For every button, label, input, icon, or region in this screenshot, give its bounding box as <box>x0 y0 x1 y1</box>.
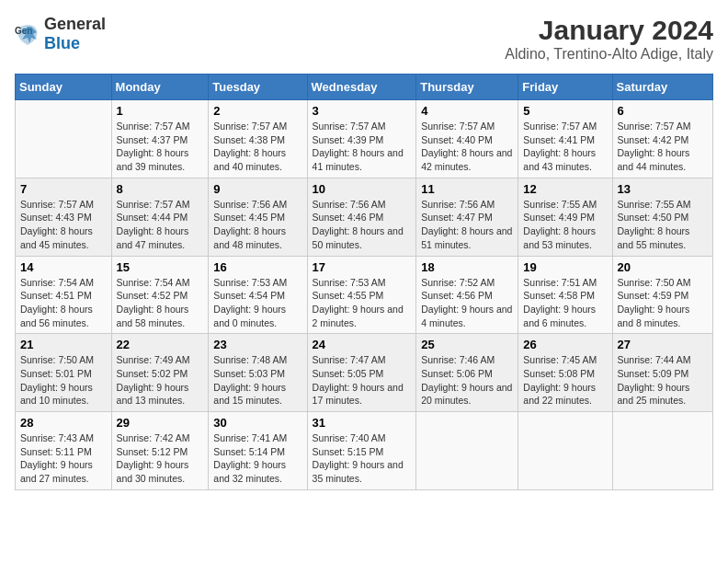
calendar-cell <box>518 412 612 490</box>
header-day-saturday: Saturday <box>612 75 712 100</box>
day-number: 1 <box>117 104 204 118</box>
calendar-cell: 4Sunrise: 7:57 AMSunset: 4:40 PMDaylight… <box>416 100 518 178</box>
day-info: Sunrise: 7:57 AMSunset: 4:39 PMDaylight:… <box>313 120 412 174</box>
logo-text: General Blue <box>44 15 106 53</box>
calendar-cell: 6Sunrise: 7:57 AMSunset: 4:42 PMDaylight… <box>612 100 712 178</box>
day-info: Sunrise: 7:44 AMSunset: 5:09 PMDaylight:… <box>618 353 708 408</box>
day-number: 24 <box>313 338 412 351</box>
week-row-5: 28Sunrise: 7:43 AMSunset: 5:11 PMDayligh… <box>16 412 713 490</box>
day-number: 14 <box>20 260 107 274</box>
calendar-cell <box>612 412 712 490</box>
day-number: 23 <box>213 338 301 351</box>
calendar-table: SundayMondayTuesdayWednesdayThursdayFrid… <box>15 74 713 490</box>
calendar-cell: 5Sunrise: 7:57 AMSunset: 4:41 PMDaylight… <box>518 100 612 178</box>
day-info: Sunrise: 7:53 AMSunset: 4:54 PMDaylight:… <box>213 276 301 330</box>
day-info: Sunrise: 7:57 AMSunset: 4:37 PMDaylight:… <box>117 120 204 174</box>
day-number: 12 <box>523 182 607 196</box>
calendar-cell: 9Sunrise: 7:56 AMSunset: 4:45 PMDaylight… <box>209 178 307 256</box>
calendar-subtitle: Aldino, Trentino-Alto Adige, Italy <box>505 46 713 63</box>
day-number: 7 <box>20 182 107 196</box>
day-number: 10 <box>313 182 412 196</box>
calendar-cell: 25Sunrise: 7:46 AMSunset: 5:06 PMDayligh… <box>416 334 518 412</box>
day-info: Sunrise: 7:57 AMSunset: 4:44 PMDaylight:… <box>117 198 204 252</box>
calendar-cell: 10Sunrise: 7:56 AMSunset: 4:46 PMDayligh… <box>307 178 416 256</box>
logo: Gen General Blue <box>15 15 106 53</box>
day-info: Sunrise: 7:56 AMSunset: 4:47 PMDaylight:… <box>421 198 513 252</box>
day-info: Sunrise: 7:45 AMSunset: 5:08 PMDaylight:… <box>523 353 607 408</box>
day-info: Sunrise: 7:56 AMSunset: 4:45 PMDaylight:… <box>213 198 301 252</box>
day-info: Sunrise: 7:49 AMSunset: 5:02 PMDaylight:… <box>117 353 204 408</box>
day-info: Sunrise: 7:57 AMSunset: 4:42 PMDaylight:… <box>618 120 708 174</box>
day-info: Sunrise: 7:40 AMSunset: 5:15 PMDaylight:… <box>313 431 412 486</box>
day-number: 22 <box>117 338 204 351</box>
day-number: 4 <box>421 104 513 118</box>
day-info: Sunrise: 7:55 AMSunset: 4:49 PMDaylight:… <box>523 198 607 252</box>
title-area: January 2024 Aldino, Trentino-Alto Adige… <box>505 15 713 63</box>
calendar-cell: 17Sunrise: 7:53 AMSunset: 4:55 PMDayligh… <box>307 256 416 334</box>
calendar-cell: 3Sunrise: 7:57 AMSunset: 4:39 PMDaylight… <box>307 100 416 178</box>
day-number: 15 <box>117 260 204 274</box>
day-info: Sunrise: 7:47 AMSunset: 5:05 PMDaylight:… <box>313 353 412 408</box>
day-info: Sunrise: 7:55 AMSunset: 4:50 PMDaylight:… <box>618 198 708 252</box>
day-number: 20 <box>618 260 708 274</box>
day-info: Sunrise: 7:42 AMSunset: 5:12 PMDaylight:… <box>117 431 204 486</box>
calendar-cell: 24Sunrise: 7:47 AMSunset: 5:05 PMDayligh… <box>307 334 416 412</box>
day-number: 11 <box>421 182 513 196</box>
day-info: Sunrise: 7:57 AMSunset: 4:43 PMDaylight:… <box>20 198 107 252</box>
day-info: Sunrise: 7:56 AMSunset: 4:46 PMDaylight:… <box>313 198 412 252</box>
day-info: Sunrise: 7:57 AMSunset: 4:41 PMDaylight:… <box>523 120 607 174</box>
day-number: 8 <box>117 182 204 196</box>
day-info: Sunrise: 7:52 AMSunset: 4:56 PMDaylight:… <box>421 276 513 330</box>
day-info: Sunrise: 7:54 AMSunset: 4:52 PMDaylight:… <box>117 276 204 330</box>
day-info: Sunrise: 7:43 AMSunset: 5:11 PMDaylight:… <box>20 431 107 486</box>
day-number: 3 <box>313 104 412 118</box>
day-number: 28 <box>20 416 107 430</box>
day-number: 21 <box>20 338 107 351</box>
week-row-3: 14Sunrise: 7:54 AMSunset: 4:51 PMDayligh… <box>16 256 713 334</box>
calendar-cell: 26Sunrise: 7:45 AMSunset: 5:08 PMDayligh… <box>518 334 612 412</box>
header-day-friday: Friday <box>518 75 612 100</box>
calendar-cell: 13Sunrise: 7:55 AMSunset: 4:50 PMDayligh… <box>612 178 712 256</box>
day-number: 2 <box>213 104 301 118</box>
day-number: 25 <box>421 338 513 351</box>
day-number: 29 <box>117 416 204 430</box>
calendar-cell: 22Sunrise: 7:49 AMSunset: 5:02 PMDayligh… <box>111 334 209 412</box>
header-day-tuesday: Tuesday <box>209 75 307 100</box>
day-number: 9 <box>213 182 301 196</box>
calendar-cell: 7Sunrise: 7:57 AMSunset: 4:43 PMDaylight… <box>16 178 112 256</box>
calendar-cell: 30Sunrise: 7:41 AMSunset: 5:14 PMDayligh… <box>209 412 307 490</box>
day-info: Sunrise: 7:51 AMSunset: 4:58 PMDaylight:… <box>523 276 607 330</box>
day-info: Sunrise: 7:57 AMSunset: 4:38 PMDaylight:… <box>213 120 301 174</box>
week-row-4: 21Sunrise: 7:50 AMSunset: 5:01 PMDayligh… <box>16 334 713 412</box>
header-day-sunday: Sunday <box>16 75 112 100</box>
day-info: Sunrise: 7:54 AMSunset: 4:51 PMDaylight:… <box>20 276 107 330</box>
calendar-cell: 28Sunrise: 7:43 AMSunset: 5:11 PMDayligh… <box>16 412 112 490</box>
day-number: 27 <box>618 338 708 351</box>
calendar-cell: 27Sunrise: 7:44 AMSunset: 5:09 PMDayligh… <box>612 334 712 412</box>
header-day-thursday: Thursday <box>416 75 518 100</box>
day-number: 17 <box>313 260 412 274</box>
calendar-cell <box>16 100 112 178</box>
day-number: 31 <box>313 416 412 430</box>
day-number: 6 <box>618 104 708 118</box>
calendar-cell: 1Sunrise: 7:57 AMSunset: 4:37 PMDaylight… <box>111 100 209 178</box>
week-row-1: 1Sunrise: 7:57 AMSunset: 4:37 PMDaylight… <box>16 100 713 178</box>
calendar-cell: 15Sunrise: 7:54 AMSunset: 4:52 PMDayligh… <box>111 256 209 334</box>
day-info: Sunrise: 7:41 AMSunset: 5:14 PMDaylight:… <box>213 431 301 486</box>
logo-general: General <box>44 15 106 33</box>
calendar-cell: 2Sunrise: 7:57 AMSunset: 4:38 PMDaylight… <box>209 100 307 178</box>
day-info: Sunrise: 7:46 AMSunset: 5:06 PMDaylight:… <box>421 353 513 408</box>
logo-blue: Blue <box>44 34 80 52</box>
day-info: Sunrise: 7:50 AMSunset: 5:01 PMDaylight:… <box>20 353 107 408</box>
header-day-wednesday: Wednesday <box>307 75 416 100</box>
day-number: 30 <box>213 416 301 430</box>
calendar-title: January 2024 <box>505 15 713 46</box>
calendar-cell: 11Sunrise: 7:56 AMSunset: 4:47 PMDayligh… <box>416 178 518 256</box>
calendar-cell: 14Sunrise: 7:54 AMSunset: 4:51 PMDayligh… <box>16 256 112 334</box>
day-info: Sunrise: 7:48 AMSunset: 5:03 PMDaylight:… <box>213 353 301 408</box>
calendar-cell <box>416 412 518 490</box>
day-info: Sunrise: 7:57 AMSunset: 4:40 PMDaylight:… <box>421 120 513 174</box>
calendar-cell: 12Sunrise: 7:55 AMSunset: 4:49 PMDayligh… <box>518 178 612 256</box>
calendar-cell: 18Sunrise: 7:52 AMSunset: 4:56 PMDayligh… <box>416 256 518 334</box>
day-info: Sunrise: 7:50 AMSunset: 4:59 PMDaylight:… <box>618 276 708 330</box>
